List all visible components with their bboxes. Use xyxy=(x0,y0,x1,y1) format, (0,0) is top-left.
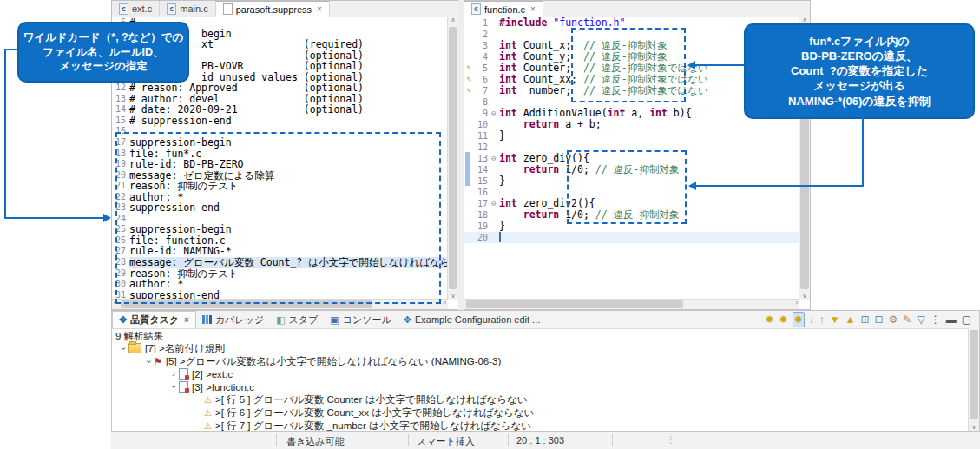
warning-icon: ⚠ xyxy=(204,395,212,405)
tab-ext.c[interactable]: cext.c xyxy=(112,1,160,17)
statusbar-separator xyxy=(612,434,613,446)
scroll-right-icon[interactable]: › xyxy=(444,300,446,306)
code-line-18[interactable]: 18 return 1/0; // 違反-抑制対象 xyxy=(464,209,799,221)
callout-right-line5: NAMING-*(06)の違反を抑制 xyxy=(747,94,971,109)
quality-tasks-view: ✥品質タスク×カバレッジ◧スタブ▣コンソール✥Example Configura… xyxy=(111,310,980,432)
prev-task-icon[interactable]: ▲ xyxy=(845,313,857,327)
line-number: 14 xyxy=(474,164,491,175)
close-icon[interactable]: × xyxy=(317,4,322,14)
configure-icon[interactable]: ⚙ xyxy=(888,313,899,327)
right-hscroll-thumb[interactable] xyxy=(466,300,683,308)
filter-icon[interactable]: ▽ xyxy=(916,313,925,327)
fold-gutter xyxy=(491,221,499,232)
tree-row-label: >[ 行 7 ] グローバル変数 _number は小文字で開始しなければならな… xyxy=(215,419,531,432)
close-icon[interactable]: × xyxy=(530,4,536,14)
analysis-summary: 9 解析結果 xyxy=(115,330,164,343)
tab-main.c[interactable]: cmain.c xyxy=(160,1,215,17)
code-line-11[interactable]: 11} xyxy=(464,130,799,142)
tab-label: main.c xyxy=(180,3,207,14)
tree-row[interactable]: ›[2] >ext.c xyxy=(112,368,968,381)
left-editor-vscrollbar[interactable]: ∧ ∨ xyxy=(447,17,458,300)
line-number: 24 xyxy=(112,214,129,225)
right-editor-hscrollbar[interactable]: › xyxy=(464,299,799,309)
connector-line xyxy=(862,117,864,187)
line-number: 15 xyxy=(112,116,129,127)
tree-row[interactable]: ⚠>[ 行 7 ] グローバル変数 _number は小文字で開始しなければなら… xyxy=(112,419,968,432)
collapse-all-icon[interactable]: ⊟ xyxy=(874,313,885,327)
expand-all-icon[interactable]: ⊞ xyxy=(859,313,870,327)
statusbar-separator xyxy=(508,434,509,446)
code-text: } xyxy=(499,221,505,232)
close-icon[interactable]: × xyxy=(184,315,189,325)
maximize-icon[interactable]: ▢ xyxy=(961,313,972,327)
connector-line xyxy=(696,185,864,187)
arrowhead-icon xyxy=(103,214,111,222)
view-tab-Example Configuration edit ...[interactable]: ✥Example Configuration edit ... xyxy=(398,311,547,328)
line-number: 2 xyxy=(474,29,491,40)
status-bar: 書き込み可能 スマート挿入 20 : 1 : 303 ⋮ xyxy=(111,432,980,449)
line-number: 22 xyxy=(112,192,129,203)
left-vscroll-thumb[interactable] xyxy=(449,27,457,289)
show-suppressed-tasks-icon[interactable]: ✹ xyxy=(765,313,775,327)
tree-row-label: [5] >グローバル変数名は小文字で開始しなければならない (NAMING-06… xyxy=(166,355,501,368)
line-number: 8 xyxy=(474,96,491,108)
left-editor-hscrollbar[interactable]: ‹ › xyxy=(112,299,448,309)
line-number: 6 xyxy=(474,74,491,85)
tree-row[interactable]: ›[3] >function.c xyxy=(112,380,968,393)
next-task-icon[interactable]: ▼ xyxy=(829,313,841,327)
expand-chevron-icon[interactable]: › xyxy=(169,383,179,392)
view-tab-カバレッジ[interactable]: カバレッジ xyxy=(196,311,270,328)
view-tab-label: 品質タスク xyxy=(130,314,179,327)
tree-row[interactable]: ›⚑[5] >グローバル変数名は小文字で開始しなければならない (NAMING-… xyxy=(112,355,968,368)
view-menu-icon[interactable]: ⋮ xyxy=(930,313,942,327)
fold-gutter xyxy=(491,187,499,198)
view-tab-スタブ[interactable]: ◧スタブ xyxy=(270,311,324,328)
tab-function.c[interactable]: cfunction.c× xyxy=(464,1,543,17)
view-toolbar: ✹✹✹↓↑▼▲⊞⊟⚙✎▽⋮▬▢ xyxy=(765,312,973,327)
fold-collapse-icon[interactable]: ⊖ xyxy=(491,108,499,119)
tree-row[interactable]: ⚠>[ 行 6 ] グローバル変数 Count_xx は小文字で開始しなければな… xyxy=(112,406,968,419)
tab-parasoft.suppress[interactable]: parasoft.suppress× xyxy=(216,1,330,17)
prev-item-gray-icon[interactable]: ↑ xyxy=(819,313,825,327)
results-vscroll-thumb[interactable] xyxy=(970,330,978,419)
expand-chevron-icon[interactable]: › xyxy=(169,369,178,379)
scroll-right-icon[interactable]: › xyxy=(796,300,798,306)
tree-row-label: [3] >function.c xyxy=(192,382,254,393)
left-hscroll-thumb[interactable] xyxy=(121,300,372,308)
code-line-23[interactable]: 23suppression-end xyxy=(112,202,448,214)
code-line-14[interactable]: 14 return 1/0; // 違反-抑制対象 xyxy=(464,164,799,175)
view-tab-品質タスク[interactable]: ✥品質タスク× xyxy=(112,311,196,328)
expand-chevron-icon[interactable]: › xyxy=(144,357,154,366)
edit-icon[interactable]: ✎ xyxy=(902,313,912,327)
code-line-15[interactable]: 15# suppression-end xyxy=(112,116,448,127)
callout-right-line1: fun*.cファイル内の xyxy=(747,34,971,49)
statusbar-separator xyxy=(408,434,409,446)
code-text: } xyxy=(499,175,505,187)
fold-collapse-icon[interactable]: ⊖ xyxy=(491,198,499,209)
code-line-20[interactable]: 20 xyxy=(464,232,799,243)
minimize-icon[interactable]: ▬ xyxy=(945,313,957,327)
insert-mode-status: スマート挿入 xyxy=(417,435,475,448)
results-vscrollbar[interactable]: ∨ xyxy=(968,328,979,431)
callout-right-line2: BD-PB-ZEROの違反、 xyxy=(747,49,971,63)
next-item-gray-icon[interactable]: ↓ xyxy=(808,313,815,327)
scroll-down-icon[interactable]: ∨ xyxy=(799,293,810,300)
marker-gutter xyxy=(464,17,474,29)
scroll-down-icon[interactable]: ∨ xyxy=(969,424,979,431)
fold-collapse-icon[interactable]: ⊖ xyxy=(491,153,499,164)
code-line-19[interactable]: 19} xyxy=(464,221,799,232)
code-line-10[interactable]: 10 return a + b; xyxy=(464,119,799,130)
marker-gutter xyxy=(464,209,474,221)
marker-gutter xyxy=(464,221,474,232)
show-all-tasks-icon[interactable]: ✹ xyxy=(793,312,805,327)
tree-row[interactable]: ›[7] >名前付け規則 xyxy=(112,342,968,355)
scroll-up-icon[interactable]: ∧ xyxy=(799,17,810,23)
show-fixed-tasks-icon[interactable]: ✹ xyxy=(779,313,789,327)
scroll-left-icon[interactable]: ‹ xyxy=(114,300,115,306)
scroll-up-icon[interactable]: ∧ xyxy=(448,17,458,23)
scroll-down-icon[interactable]: ∨ xyxy=(448,293,458,300)
view-tab-コンソール[interactable]: ▣コンソール xyxy=(324,311,397,328)
cursor-position: 20 : 1 : 303 xyxy=(516,435,564,446)
tree-row[interactable]: ⚠>[ 行 5 ] グローバル変数 Counter は小文字で開始しなければなら… xyxy=(112,393,968,406)
expand-chevron-icon[interactable]: › xyxy=(119,344,128,353)
